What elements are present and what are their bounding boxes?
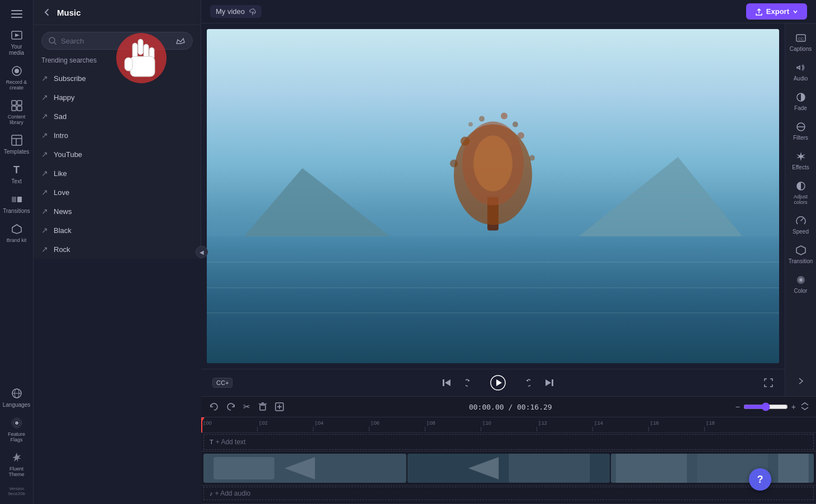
trending-item-label: Like — [54, 169, 67, 178]
your-media-icon — [11, 29, 23, 41]
right-panel-collapse-button[interactable] — [793, 373, 809, 392]
zoom-slider[interactable] — [743, 402, 788, 411]
trending-item-subscribe[interactable]: ↗ Subscribe — [34, 69, 201, 88]
trending-item-happy[interactable]: ↗ Happy — [34, 88, 201, 107]
color-icon — [795, 274, 806, 286]
svg-marker-51 — [545, 379, 551, 386]
right-panel-effects[interactable]: Effects — [786, 146, 815, 175]
text-icon: T — [11, 164, 23, 176]
right-panel-fade[interactable]: Fade — [786, 87, 815, 116]
trending-item-love[interactable]: ↗ Love — [34, 183, 201, 202]
skip-forward-button[interactable] — [542, 375, 557, 391]
collapse-panel-button[interactable]: ◀ — [196, 246, 208, 258]
right-panel-captions[interactable]: CC Captions — [786, 28, 815, 56]
sidebar-item-your-media[interactable]: Your media — [2, 26, 31, 59]
trending-arrow-icon: ↗ — [41, 245, 48, 254]
trending-item-label: Rock — [54, 245, 70, 254]
right-panel-audio[interactable]: Audio — [786, 58, 815, 86]
zoom-out-button[interactable]: − — [736, 402, 740, 411]
timeline-expand-button[interactable] — [800, 402, 809, 412]
sidebar-item-label: Your media — [4, 44, 29, 56]
back-button[interactable] — [41, 7, 53, 18]
add-media-button[interactable] — [273, 401, 286, 413]
sidebar-item-fluent-theme[interactable]: FluentTheme — [2, 448, 31, 481]
ruler-mark-06: |:06 — [369, 427, 425, 431]
trending-item-intro[interactable]: ↗ Intro — [34, 126, 201, 145]
help-button[interactable]: ? — [749, 468, 771, 491]
cc-button[interactable]: CC+ — [210, 375, 235, 390]
right-panel-label: Audio — [794, 75, 808, 82]
ruler-mark-14: |:14 — [592, 427, 648, 431]
right-panel-color[interactable]: Color — [786, 270, 815, 298]
trending-item-like[interactable]: ↗ Like — [34, 164, 201, 183]
video-tab[interactable]: My video — [210, 5, 262, 18]
sidebar-item-label: Record &create — [6, 79, 27, 91]
trending-item-youtube[interactable]: ↗ YouTube — [34, 145, 201, 164]
redo-button[interactable] — [225, 401, 237, 413]
video-clip-3[interactable] — [611, 454, 814, 483]
video-right-area: 16:9 — [201, 23, 816, 396]
trending-item-sad[interactable]: ↗ Sad — [34, 107, 201, 126]
svg-point-62 — [799, 278, 803, 282]
add-audio-area[interactable]: ♪ + Add audio — [203, 487, 814, 500]
crown-button[interactable] — [175, 36, 186, 46]
content-library-icon — [11, 99, 23, 112]
rewind-button[interactable] — [463, 375, 479, 391]
video-clip-1[interactable] — [203, 454, 406, 483]
play-button[interactable] — [488, 373, 508, 393]
right-panel-adjust-colors[interactable]: Adjustcolors — [786, 176, 815, 210]
timeline-toolbar: ✂ 00:00.00 / 00:16.29 − + — [201, 397, 816, 417]
export-icon — [755, 8, 763, 16]
video-frame: 16:9 — [207, 29, 779, 363]
trending-item-black[interactable]: ↗ Black — [34, 221, 201, 240]
skip-back-button[interactable] — [439, 375, 454, 391]
svg-point-38 — [529, 155, 535, 161]
music-panel: Music — [34, 0, 201, 259]
svg-rect-74 — [509, 454, 590, 482]
svg-rect-7 — [12, 101, 16, 105]
sidebar-item-label: Languages — [3, 402, 31, 408]
text-track: T + Add text — [201, 433, 816, 451]
svg-marker-24 — [177, 39, 184, 44]
trending-item-label: Love — [54, 188, 69, 197]
video-container: 16:9 — [201, 23, 785, 369]
sidebar-item-record[interactable]: Record &create — [2, 61, 31, 94]
export-button[interactable]: Export — [746, 3, 807, 20]
sidebar-item-transitions[interactable]: Transitions — [2, 190, 31, 217]
audio-track-content[interactable]: ♪ + Add audio — [201, 486, 816, 503]
svg-marker-4 — [15, 34, 20, 37]
trending-item-rock[interactable]: ↗ Rock — [34, 240, 201, 259]
sidebar-item-templates[interactable]: Templates — [2, 131, 31, 158]
sidebar-item-brand-kit[interactable]: Brand kit — [2, 220, 31, 246]
panel-title: Music — [57, 8, 193, 17]
music-panel-header: Music — [34, 0, 201, 25]
trending-arrow-icon: ↗ — [41, 74, 48, 83]
fullscreen-button[interactable] — [761, 375, 776, 390]
video-clip-2[interactable] — [407, 454, 610, 483]
delete-button[interactable] — [257, 401, 269, 413]
right-panel-filters[interactable]: Filters — [786, 117, 815, 145]
timeline-time-display: 00:00.00 / 00:16.29 — [290, 403, 731, 411]
sidebar-item-languages[interactable]: Languages — [2, 384, 31, 411]
undo-button[interactable] — [208, 401, 220, 413]
right-panel-speed[interactable]: Speed — [786, 211, 815, 239]
tree-explosion — [437, 108, 549, 255]
search-bar[interactable] — [41, 32, 193, 50]
fast-forward-button[interactable] — [517, 375, 533, 391]
sidebar-item-menu[interactable] — [2, 4, 31, 23]
sidebar-item-text[interactable]: T Text — [2, 160, 31, 188]
sidebar-item-content-library[interactable]: Contentlibrary — [2, 96, 31, 129]
ruler-mark-04: |:04 — [313, 427, 369, 431]
languages-icon — [11, 387, 23, 400]
text-track-content[interactable]: T + Add text — [201, 433, 816, 451]
zoom-in-button[interactable]: + — [791, 402, 796, 411]
search-input[interactable] — [61, 37, 171, 45]
trending-item-news[interactable]: ↗ News — [34, 202, 201, 221]
audio-icon — [795, 62, 806, 73]
cut-button[interactable]: ✂ — [241, 400, 252, 413]
svg-rect-15 — [17, 197, 22, 202]
sidebar-item-feature-flags[interactable]: FeatureFlags — [2, 413, 31, 446]
right-panel-transition[interactable]: Transition — [786, 240, 815, 269]
add-text-area[interactable]: T + Add text — [203, 434, 814, 450]
svg-marker-47 — [468, 379, 470, 382]
